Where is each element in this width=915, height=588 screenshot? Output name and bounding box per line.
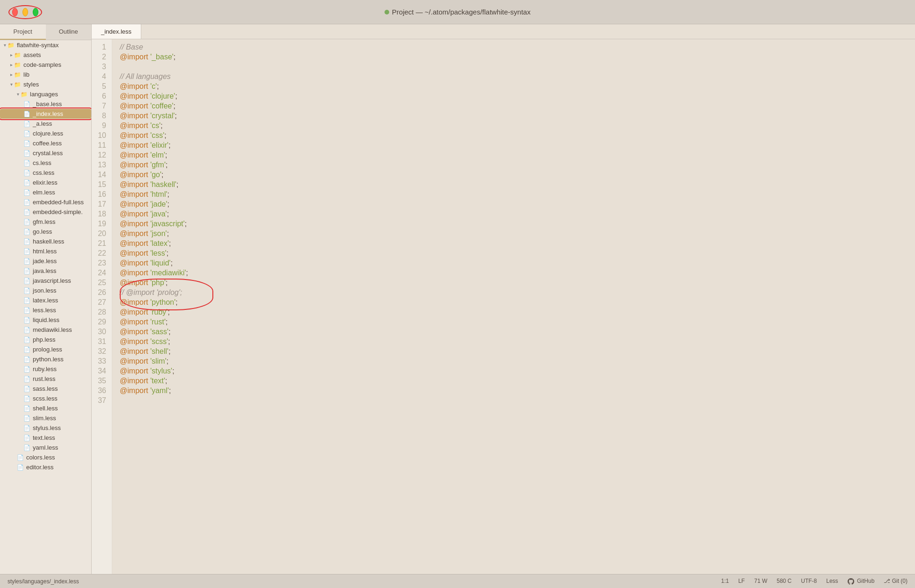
sidebar-item-go.less[interactable]: 📄go.less	[0, 227, 91, 237]
sidebar-item-text.less[interactable]: 📄text.less	[0, 433, 91, 443]
tree-item-label: slim.less	[33, 415, 56, 422]
line-number: 26	[95, 288, 106, 298]
line-number: 2	[95, 53, 106, 63]
file-icon: 📄	[23, 150, 30, 157]
chevron-icon: ▾	[4, 43, 6, 48]
tree-item-label: colors.less	[26, 454, 55, 461]
sidebar-item-code-samples[interactable]: ▸📁code-samples	[0, 60, 91, 70]
sidebar-item-java.less[interactable]: 📄java.less	[0, 266, 91, 276]
tab-outline[interactable]: Outline	[46, 24, 92, 40]
sidebar-item-shell.less[interactable]: 📄shell.less	[0, 403, 91, 413]
sidebar-item-php.less[interactable]: 📄php.less	[0, 335, 91, 344]
sidebar-item-latex.less[interactable]: 📄latex.less	[0, 295, 91, 305]
sidebar-item-stylus.less[interactable]: 📄stylus.less	[0, 423, 91, 433]
maximize-button[interactable]	[33, 8, 38, 16]
file-icon: 📄	[23, 425, 30, 431]
sidebar-item-_a.less[interactable]: 📄_a.less	[0, 119, 91, 129]
file-icon: 📄	[23, 219, 30, 225]
sidebar-item-slim.less[interactable]: 📄slim.less	[0, 413, 91, 423]
sidebar-item-json.less[interactable]: 📄json.less	[0, 286, 91, 295]
sidebar-item-assets[interactable]: ▸📁assets	[0, 50, 91, 60]
status-char-count: 580 C	[777, 578, 792, 584]
sidebar-item-python.less[interactable]: 📄python.less	[0, 354, 91, 364]
file-icon: 📄	[23, 337, 30, 343]
sidebar-item-root[interactable]: ▾📁flatwhite-syntax	[0, 40, 91, 50]
sidebar-item-yaml.less[interactable]: 📄yaml.less	[0, 443, 91, 452]
tree-item-label: java.less	[33, 267, 57, 274]
sidebar-item-html.less[interactable]: 📄html.less	[0, 246, 91, 256]
sidebar-item-lib[interactable]: ▸📁lib	[0, 70, 91, 79]
file-icon: 📄	[23, 376, 30, 382]
title-bar: Project — ~/.atom/packages/flatwhite-syn…	[0, 0, 915, 24]
code-line: @import 'slim';	[120, 357, 908, 367]
code-line: @import 'scss';	[120, 337, 908, 347]
sidebar-item-coffee.less[interactable]: 📄coffee.less	[0, 138, 91, 148]
sidebar-item-less.less[interactable]: 📄less.less	[0, 305, 91, 315]
line-number: 12	[95, 151, 106, 161]
sidebar-item-rust.less[interactable]: 📄rust.less	[0, 374, 91, 384]
folder-icon: 📁	[7, 42, 15, 49]
code-line: @import 'c';	[120, 82, 908, 92]
file-icon: 📄	[23, 366, 30, 373]
line-number: 4	[95, 72, 106, 82]
tree-item-label: editor.less	[26, 464, 54, 471]
line-number: 8	[95, 112, 106, 122]
file-icon: 📄	[23, 101, 30, 108]
sidebar-item-prolog.less[interactable]: 📄prolog.less	[0, 344, 91, 354]
file-icon: 📄	[23, 356, 30, 363]
code-scroll-area[interactable]: 1234567891011121314151617181920212223242…	[92, 39, 915, 574]
editor-tab-index-less[interactable]: _index.less	[92, 24, 141, 39]
file-icon: 📄	[23, 386, 30, 392]
sidebar-item-_index.less[interactable]: 📄_index.less	[0, 109, 91, 119]
sidebar-item-elm.less[interactable]: 📄elm.less	[0, 187, 91, 197]
sidebar-item-embedded-full.less[interactable]: 📄embedded-full.less	[0, 197, 91, 207]
file-icon: 📄	[23, 209, 30, 215]
code-line: @import 'go';	[120, 171, 908, 180]
sidebar-item-cs.less[interactable]: 📄cs.less	[0, 158, 91, 168]
code-line: @import 'javascript';	[120, 220, 908, 229]
sidebar: Project Outline ▾📁flatwhite-syntax▸📁asse…	[0, 24, 92, 574]
sidebar-item-editor.less[interactable]: 📄editor.less	[0, 462, 91, 472]
sidebar-item-ruby.less[interactable]: 📄ruby.less	[0, 364, 91, 374]
code-line: // Base	[120, 43, 908, 53]
sidebar-item-jade.less[interactable]: 📄jade.less	[0, 256, 91, 266]
line-number: 25	[95, 279, 106, 288]
minimize-button[interactable]	[22, 8, 28, 16]
sidebar-item-clojure.less[interactable]: 📄clojure.less	[0, 129, 91, 138]
file-icon: 📄	[23, 346, 30, 353]
line-number: 34	[95, 367, 106, 377]
sidebar-item-_base.less[interactable]: 📄_base.less	[0, 99, 91, 109]
line-number: 29	[95, 318, 106, 328]
sidebar-item-haskell.less[interactable]: 📄haskell.less	[0, 237, 91, 246]
line-number: 10	[95, 131, 106, 141]
sidebar-item-liquid.less[interactable]: 📄liquid.less	[0, 315, 91, 325]
sidebar-item-elixir.less[interactable]: 📄elixir.less	[0, 178, 91, 187]
line-number: 21	[95, 239, 106, 249]
code-line: @import 'jade';	[120, 200, 908, 210]
tree-item-label: text.less	[33, 434, 55, 441]
sidebar-item-scss.less[interactable]: 📄scss.less	[0, 394, 91, 403]
line-number: 11	[95, 141, 106, 151]
sidebar-item-mediawiki.less[interactable]: 📄mediawiki.less	[0, 325, 91, 335]
sidebar-item-sass.less[interactable]: 📄sass.less	[0, 384, 91, 394]
code-line: @import 'sass';	[120, 328, 908, 337]
tree-item-label: css.less	[33, 169, 54, 176]
chevron-icon: ▸	[10, 52, 13, 57]
line-number: 17	[95, 200, 106, 210]
sidebar-item-languages[interactable]: ▾📁languages	[0, 89, 91, 99]
sidebar-item-css.less[interactable]: 📄css.less	[0, 168, 91, 178]
sidebar-item-crystal.less[interactable]: 📄crystal.less	[0, 148, 91, 158]
file-icon: 📄	[23, 111, 30, 117]
tab-project[interactable]: Project	[0, 24, 46, 40]
code-editor[interactable]: // Base@import '_base';// All languages@…	[112, 39, 915, 574]
status-git: ⎇ Git (0)	[884, 578, 908, 584]
tree-item-label: coffee.less	[33, 140, 62, 147]
sidebar-item-styles[interactable]: ▾📁styles	[0, 79, 91, 89]
sidebar-item-embedded-simple.less[interactable]: 📄embedded-simple.	[0, 207, 91, 217]
file-icon: 📄	[23, 278, 30, 284]
sidebar-item-javascript.less[interactable]: 📄javascript.less	[0, 276, 91, 286]
sidebar-item-colors.less[interactable]: 📄colors.less	[0, 452, 91, 462]
tree-item-label: stylus.less	[33, 424, 61, 431]
close-button[interactable]	[12, 8, 18, 16]
sidebar-item-gfm.less[interactable]: 📄gfm.less	[0, 217, 91, 227]
